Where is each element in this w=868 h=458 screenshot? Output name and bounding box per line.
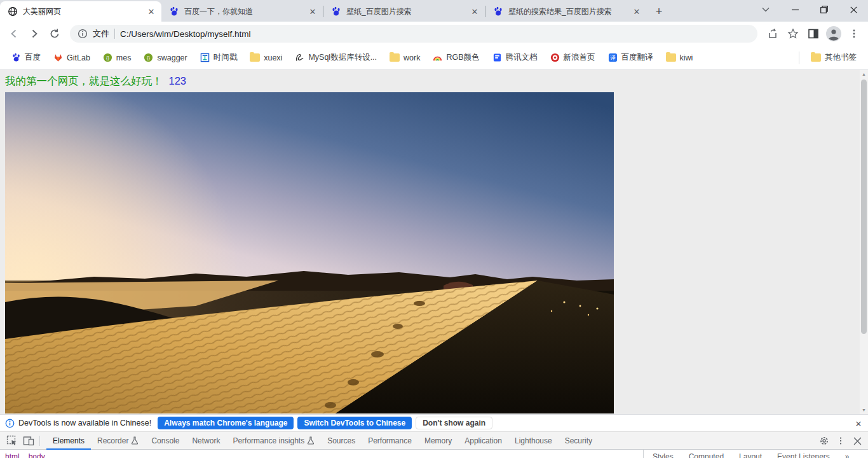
bookmark-label: mes (116, 53, 132, 62)
match-language-button[interactable]: Always match Chrome's language (158, 417, 294, 429)
close-window-button[interactable] (839, 0, 868, 19)
bookmark-mysql[interactable]: MySql数据库转设... (290, 50, 382, 66)
tab-network[interactable]: Network (186, 432, 226, 450)
address-bar[interactable]: 文件 C:/Users/wlm/Desktop/myself.html (70, 25, 757, 43)
svg-text:{}: {} (106, 55, 110, 60)
tab-styles[interactable]: Styles (653, 452, 674, 458)
device-toolbar-icon[interactable] (20, 433, 37, 448)
tab-performance-insights[interactable]: Performance insights (226, 432, 321, 450)
new-tab-button[interactable]: + (651, 3, 667, 20)
side-panel-icon[interactable] (804, 25, 822, 43)
bookmark-label: kiwi (680, 53, 693, 62)
breadcrumb-html[interactable]: html (5, 452, 20, 458)
bookmark-label: 腾讯文档 (506, 52, 538, 63)
timestamp-icon (200, 53, 210, 62)
element-breadcrumb: html body (5, 452, 45, 458)
tab-close-icon[interactable]: ✕ (308, 6, 318, 17)
bookmark-tencent-docs[interactable]: 腾讯文档 (487, 50, 543, 66)
bookmark-label: xuexi (264, 53, 282, 62)
url-scheme-label: 文件 (93, 28, 109, 39)
reload-button[interactable] (46, 25, 64, 43)
tab-search-chevron-icon[interactable] (751, 0, 780, 19)
folder-icon (666, 53, 676, 62)
bookmark-mes[interactable]: {} mes (98, 50, 137, 65)
scrollbar-thumb[interactable] (861, 80, 867, 334)
settings-gear-icon[interactable] (816, 433, 832, 448)
bookmark-baidu-translate[interactable]: 译 百度翻译 (603, 50, 658, 66)
tab-close-icon[interactable]: ✕ (632, 6, 642, 17)
tab-performance[interactable]: Performance (362, 432, 418, 450)
tab-search-results[interactable]: 壁纸的搜索结果_百度图片搜索 ✕ (485, 1, 647, 22)
bookmark-gitlab[interactable]: GitLab (48, 50, 95, 65)
swagger-icon: {} (103, 53, 112, 62)
tab-title: 壁纸_百度图片搜索 (346, 6, 465, 17)
page-scrollbar[interactable]: ▲ ▼ (860, 70, 868, 414)
tab-computed[interactable]: Computed (689, 452, 724, 458)
more-tabs-icon[interactable]: » (845, 452, 850, 458)
bookmark-baidu[interactable]: 百度 (6, 50, 46, 66)
devtools-tabs: Elements Recorder Console Network Perfor… (46, 432, 599, 450)
translate-icon: 译 (608, 53, 618, 62)
tab-strip: 大美丽网页 ✕ 百度一下，你就知道 ✕ 壁纸_百度图片搜索 ✕ 壁纸的搜索结果_… (0, 0, 868, 22)
dont-show-again-button[interactable]: Don't show again (416, 417, 492, 429)
bookmark-kiwi[interactable]: kiwi (661, 51, 698, 65)
bookmark-label: work (403, 53, 420, 62)
bookmark-timestamp[interactable]: 时间戳 (195, 50, 243, 66)
tab-security[interactable]: Security (559, 432, 599, 450)
styles-pane-header: Styles Computed Layout Event Listeners » (643, 450, 868, 458)
devtools-menu-icon[interactable] (832, 433, 849, 448)
tab-elements[interactable]: Elements (46, 432, 91, 450)
tab-sources[interactable]: Sources (321, 432, 362, 450)
back-button[interactable] (5, 25, 23, 43)
other-bookmarks-button[interactable]: 其他书签 (806, 50, 862, 66)
tab-close-icon[interactable]: ✕ (146, 6, 156, 17)
breadcrumb-body[interactable]: body (29, 452, 45, 458)
bookmark-rgb[interactable]: RGB颜色 (428, 50, 484, 66)
forward-button[interactable] (25, 25, 43, 43)
bookmark-star-icon[interactable] (784, 25, 802, 43)
tab-baidu-home[interactable]: 百度一下，你就知道 ✕ (161, 1, 323, 22)
tab-memory[interactable]: Memory (418, 432, 458, 450)
notice-close-icon[interactable]: ✕ (853, 418, 864, 429)
page-viewport: 我的第一个网页，就是这么好玩！123 (0, 70, 868, 414)
minimize-button[interactable] (780, 0, 810, 19)
tab-image-search[interactable]: 壁纸_百度图片搜索 ✕ (323, 1, 485, 22)
omnibox-divider (114, 29, 115, 39)
tab-recorder[interactable]: Recorder (91, 432, 145, 450)
bookmark-label: RGB颜色 (446, 52, 479, 63)
flask-icon (131, 436, 139, 445)
switch-devtools-button[interactable]: Switch DevTools to Chinese (297, 417, 412, 429)
folder-icon (250, 53, 260, 62)
tab-close-icon[interactable]: ✕ (470, 6, 480, 17)
bookmark-xuexi[interactable]: xuexi (245, 51, 287, 65)
scroll-up-icon[interactable]: ▲ (860, 70, 868, 78)
devtools-bottom-strip: html body Styles Computed Layout Event L… (0, 450, 868, 458)
tab-my-page[interactable]: 大美丽网页 ✕ (0, 1, 161, 22)
page-info-icon[interactable] (78, 29, 88, 39)
tab-lighthouse[interactable]: Lighthouse (508, 432, 559, 450)
swagger-icon: {} (144, 53, 153, 62)
bookmark-sina[interactable]: 新浪首页 (545, 50, 600, 66)
devtools-language-notice: DevTools is now available in Chinese! Al… (0, 414, 868, 432)
browser-menu-icon[interactable] (845, 25, 863, 43)
restore-button[interactable] (810, 0, 839, 19)
inspect-element-icon[interactable] (4, 433, 20, 448)
tab-application[interactable]: Application (458, 432, 508, 450)
tab-event-listeners[interactable]: Event Listeners (777, 452, 830, 458)
tencent-docs-icon (492, 53, 502, 62)
devtools-toolbar-right (816, 432, 865, 450)
share-icon[interactable] (764, 25, 782, 43)
heading-text: 我的第一个网页，就是这么好玩！ (5, 75, 163, 87)
tab-console[interactable]: Console (145, 432, 186, 450)
bookmark-work[interactable]: work (384, 51, 425, 65)
baidu-icon (331, 6, 341, 17)
rainbow-icon (433, 53, 442, 62)
scroll-down-icon[interactable]: ▼ (860, 406, 868, 414)
devtools-close-icon[interactable] (849, 433, 865, 448)
bookmark-swagger[interactable]: {} swagger (139, 50, 192, 65)
profile-avatar[interactable] (825, 25, 843, 43)
info-icon (5, 419, 15, 428)
tab-layout[interactable]: Layout (739, 452, 762, 458)
bookmark-label: 百度 (25, 52, 41, 63)
globe-icon (8, 6, 18, 17)
